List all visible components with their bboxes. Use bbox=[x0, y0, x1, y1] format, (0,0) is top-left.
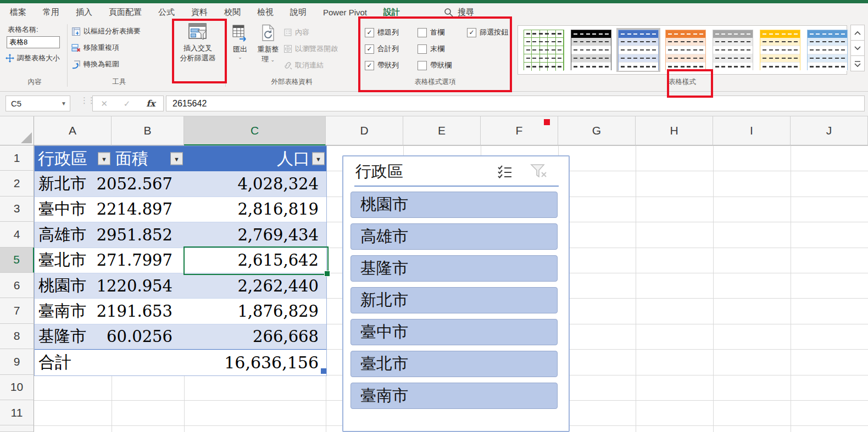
menu-tab-formulas[interactable]: 公式 bbox=[158, 7, 175, 18]
row-header-11[interactable]: 11 bbox=[0, 400, 34, 425]
slicer-item[interactable]: 高雄市 bbox=[350, 223, 558, 250]
table-header-region[interactable]: 行政區▼ bbox=[35, 146, 112, 171]
group-label-tools: 工具 bbox=[70, 77, 168, 87]
select-all-button[interactable] bbox=[0, 116, 34, 145]
cell-C4[interactable]: 2,769,434 bbox=[185, 222, 326, 248]
summarize-with-pivottable-button[interactable]: 以樞紐分析表摘要 bbox=[71, 26, 141, 36]
slicer-item[interactable]: 臺南市 bbox=[350, 383, 558, 409]
row-header-4[interactable]: 4 bbox=[0, 222, 34, 247]
cell-C8[interactable]: 266,668 bbox=[185, 324, 326, 350]
row-header-2[interactable]: 2 bbox=[0, 171, 34, 196]
formula-input[interactable]: 2615642 bbox=[166, 96, 865, 111]
properties-label: 內容 bbox=[295, 27, 309, 37]
slicer-item[interactable]: 基隆市 bbox=[350, 255, 558, 282]
row-header-10[interactable]: 10 bbox=[0, 375, 34, 400]
multi-select-icon[interactable] bbox=[497, 165, 513, 179]
table-header-area[interactable]: 面積▼ bbox=[112, 146, 185, 171]
enter-icon[interactable]: ✓ bbox=[124, 99, 131, 109]
cell-B6[interactable]: 1220.954 bbox=[112, 273, 185, 299]
menu-tab-data[interactable]: 資料 bbox=[191, 7, 208, 18]
menu-tab-help[interactable]: 說明 bbox=[290, 7, 307, 18]
cell-B2[interactable]: 2052.567 bbox=[112, 171, 185, 197]
menu-tab-power-pivot[interactable]: Power Pivot bbox=[323, 8, 367, 17]
cell-B5[interactable]: 271.7997 bbox=[112, 248, 185, 273]
open-in-browser-label: 以瀏覽器開啟 bbox=[295, 44, 338, 54]
slicer-item[interactable]: 新北市 bbox=[350, 287, 558, 313]
cell-B3[interactable]: 2214.897 bbox=[112, 197, 185, 222]
annotation-red-dot bbox=[544, 119, 550, 125]
menu-tab-table-design[interactable]: 設計 bbox=[383, 7, 400, 18]
table-header-population[interactable]: 人口▼ bbox=[185, 146, 326, 171]
table-style-orange[interactable] bbox=[664, 28, 708, 72]
filter-dropdown-icon-area[interactable]: ▼ bbox=[170, 153, 183, 165]
export-button[interactable]: 匯出 ⌄ bbox=[227, 24, 253, 60]
cancel-icon[interactable]: ✕ bbox=[101, 99, 108, 109]
gallery-more-button[interactable] bbox=[850, 55, 865, 71]
gallery-scroll-down-button[interactable] bbox=[850, 40, 865, 56]
resize-table-button[interactable]: 調整表格大小 bbox=[5, 53, 60, 63]
menu-tab-view[interactable]: 檢視 bbox=[257, 7, 274, 18]
name-box-dropdown-icon[interactable]: ▼ bbox=[61, 100, 66, 106]
cell-B8[interactable]: 60.0256 bbox=[112, 324, 185, 350]
column-header-D[interactable]: D bbox=[326, 116, 403, 145]
table-style-light-blue[interactable] bbox=[805, 28, 849, 72]
insert-function-icon[interactable]: fx bbox=[146, 98, 155, 109]
menu-tab-page-layout[interactable]: 頁面配置 bbox=[109, 7, 142, 18]
convert-to-range-button[interactable]: 轉換為範圍 bbox=[71, 59, 119, 69]
slicer-panel[interactable]: 行政區 桃園市高雄市基隆市新北市臺中市臺北市臺南市 bbox=[342, 155, 570, 432]
refresh-button[interactable]: 重新整 理 ⌄ bbox=[255, 24, 281, 64]
table-style-gold[interactable] bbox=[758, 28, 802, 72]
cell-C6[interactable]: 2,262,440 bbox=[185, 273, 326, 299]
table-style-green-grid[interactable] bbox=[522, 28, 566, 72]
table-name-input[interactable] bbox=[7, 36, 60, 48]
cell-A9[interactable]: 合計 bbox=[35, 350, 112, 375]
menu-tab-file[interactable]: 檔案 bbox=[10, 7, 26, 18]
row-header-6[interactable]: 6 bbox=[0, 273, 34, 298]
menu-tab-insert[interactable]: 插入 bbox=[76, 7, 92, 18]
name-box[interactable]: C5 ▼ bbox=[5, 96, 70, 111]
row-header-1[interactable]: 1 bbox=[0, 145, 34, 171]
row-header-5[interactable]: 5 bbox=[0, 248, 34, 273]
column-header-C[interactable]: C bbox=[184, 116, 326, 145]
column-header-I[interactable]: I bbox=[713, 116, 791, 145]
open-in-browser-icon bbox=[283, 44, 292, 53]
menu-tab-review[interactable]: 校閱 bbox=[224, 7, 241, 18]
cell-C2[interactable]: 4,028,324 bbox=[185, 171, 326, 197]
column-header-E[interactable]: E bbox=[403, 116, 481, 145]
table-style-blue[interactable] bbox=[616, 28, 660, 72]
clear-filter-icon[interactable] bbox=[530, 164, 548, 179]
table-resize-handle[interactable] bbox=[321, 368, 326, 374]
unlink-button[interactable]: 取消連結 bbox=[283, 60, 324, 70]
slicer-item[interactable]: 臺北市 bbox=[350, 351, 558, 377]
cell-B4[interactable]: 2951.852 bbox=[112, 222, 185, 248]
fill-handle[interactable] bbox=[324, 271, 330, 277]
column-header-A[interactable]: A bbox=[34, 116, 112, 145]
properties-button[interactable]: 內容 bbox=[283, 27, 309, 37]
filter-dropdown-icon-population[interactable]: ▼ bbox=[312, 153, 325, 165]
cell-C3[interactable]: 2,816,819 bbox=[185, 197, 326, 222]
slicer-item[interactable]: 桃園市 bbox=[350, 192, 558, 218]
filter-dropdown-icon-region[interactable]: ▼ bbox=[98, 153, 110, 165]
cell-A8[interactable]: 基隆市 bbox=[35, 324, 112, 350]
cell-B9[interactable] bbox=[112, 350, 185, 375]
row-header-3[interactable]: 3 bbox=[0, 197, 34, 222]
cell-C9[interactable]: 16,636,156 bbox=[185, 350, 326, 375]
column-header-G[interactable]: G bbox=[558, 116, 636, 145]
table-style-gray[interactable] bbox=[711, 28, 755, 72]
gallery-scroll-up-button[interactable] bbox=[850, 25, 865, 41]
remove-duplicates-button[interactable]: 移除重複項 bbox=[71, 43, 119, 53]
table-name-label: 表格名稱: bbox=[8, 25, 38, 35]
cell-B7[interactable]: 2191.653 bbox=[112, 299, 185, 324]
row-header-7[interactable]: 7 bbox=[0, 298, 34, 323]
row-header-9[interactable]: 9 bbox=[0, 349, 34, 374]
column-header-B[interactable]: B bbox=[112, 116, 184, 145]
row-header-12[interactable] bbox=[0, 425, 34, 432]
slicer-item[interactable]: 臺中市 bbox=[350, 319, 558, 345]
open-in-browser-button[interactable]: 以瀏覽器開啟 bbox=[283, 44, 338, 54]
menu-tab-home[interactable]: 常用 bbox=[43, 7, 59, 18]
table-style-black[interactable] bbox=[569, 28, 613, 72]
column-header-J[interactable]: J bbox=[791, 116, 868, 145]
row-header-8[interactable]: 8 bbox=[0, 324, 34, 349]
column-header-H[interactable]: H bbox=[636, 116, 713, 145]
cell-C7[interactable]: 1,876,829 bbox=[185, 299, 326, 324]
